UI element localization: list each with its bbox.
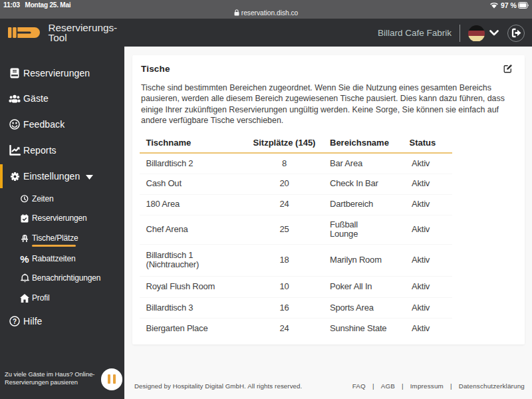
svg-text:?: ? <box>13 318 17 325</box>
svg-text:97 %: 97 % <box>501 1 517 9</box>
